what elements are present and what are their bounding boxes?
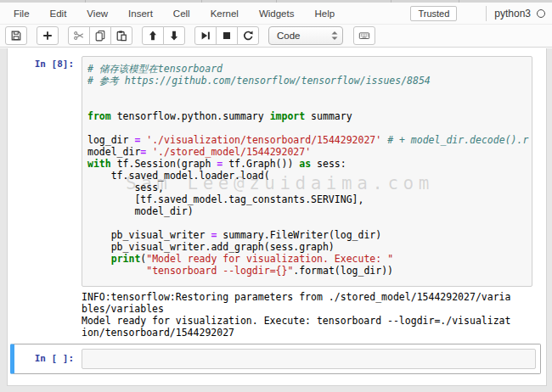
toolbar-button-group [68,26,132,45]
add-cell-button[interactable] [37,26,59,45]
input-prompt-empty: In [ ]: [19,349,82,369]
output-line: INFO:tensorflow:Restoring parameters fro… [82,291,538,303]
code-line [87,122,532,134]
toolbar-button-group [5,26,27,45]
output-line: bles/variables [82,303,538,315]
menu-items: FileEditViewInsertCellKernelWidgetsHelp [3,8,345,19]
command-palette-button[interactable] [353,26,375,45]
arrow-up-icon [147,30,159,42]
empty-code-editor[interactable] [82,349,536,369]
code-line [87,87,532,98]
save-notebook-button[interactable] [5,26,27,45]
notebook-header: FileEditViewInsertCellKernelWidgetsHelp … [0,3,552,48]
menu-bar: FileEditViewInsertCellKernelWidgetsHelp … [0,3,552,25]
cell-type-value: Code [277,31,301,41]
menu-item-kernel[interactable]: Kernel [200,8,249,19]
input-prompt: In [8]: [8,56,82,287]
code-line: model_dir= './stored_model/1544292027' [87,146,532,158]
code-line [87,217,532,229]
toolbar-button-group [37,26,59,45]
code-cell-8[interactable]: In [8]: # 储存该模型在tensorboard# 参考 https://… [8,56,546,287]
toolbar-button-group [194,26,259,45]
toolbar-buttons [5,26,268,45]
move-cell-down-button[interactable] [163,26,185,45]
scissors-icon [73,30,85,42]
trusted-button[interactable]: Trusted [410,6,457,21]
code-line: # 参考 https://github.com/tensorflow/tenso… [87,75,532,87]
toolbar: Code [0,25,552,48]
output-line: ion/tensorboard/1544292027 [82,327,538,339]
kernel-idle-icon [537,9,545,18]
plus-icon [42,30,54,42]
code-line: pb_visual_writer.add_graph(sess.graph) [87,241,532,253]
code-line: with tf.Session(graph = tf.Graph()) as s… [87,158,532,170]
toolbar-button-group [142,26,185,45]
cell-output: INFO:tensorflow:Restoring parameters fro… [82,291,538,339]
move-cell-up-button[interactable] [142,26,164,45]
code-line: log_dir = './visualization/tensorboard/1… [87,134,532,146]
code-line: tf.saved_model.loader.load( [87,170,532,182]
notebook-container: In [8]: # 储存该模型在tensorboard# 参考 https://… [7,48,547,386]
paste-cell-button[interactable] [110,26,132,45]
code-editor[interactable]: # 储存该模型在tensorboard# 参考 https://github.c… [82,56,532,287]
keyboard-icon [358,30,370,42]
kernel-name-label: python3 [494,8,531,20]
restart-kernel-button[interactable] [237,26,259,45]
code-line: [tf.saved_model.tag_constants.SERVING], [87,193,532,205]
jupyter-notebook-window: FileEditViewInsertCellKernelWidgetsHelp … [0,0,552,392]
restart-icon [242,30,254,42]
stop-icon [221,30,233,42]
menu-item-help[interactable]: Help [304,8,345,19]
menu-item-insert[interactable]: Insert [118,8,163,19]
empty-code-cell-selected[interactable]: In [ ]: [10,344,541,374]
save-icon [10,30,22,42]
cell-type-select[interactable]: Code [268,26,343,45]
select-arrows-icon [330,30,340,42]
output-line: Model ready for visualization. Execute: … [82,315,538,327]
interrupt-kernel-button[interactable] [216,26,238,45]
code-line: from tensorflow.python.summary import su… [87,110,532,122]
code-line: sess, [87,182,532,193]
menu-item-view[interactable]: View [76,8,118,19]
menu-item-widgets[interactable]: Widgets [249,8,305,19]
run-cell-button[interactable] [194,26,217,45]
code-line: # 储存该模型在tensorboard [87,63,532,75]
kernel-divider [486,6,487,21]
code-line: print("Model ready for visualization. Ex… [87,253,532,265]
step-forward-icon [200,30,211,42]
paste-icon [115,30,127,42]
menu-item-cell[interactable]: Cell [163,8,200,19]
code-line: pb_visual_writer = summary.FileWriter(lo… [87,229,532,241]
code-line: model_dir) [87,205,532,217]
cut-cell-button[interactable] [68,26,90,45]
copy-icon [94,30,106,42]
arrow-down-icon [168,30,180,42]
copy-cell-button[interactable] [89,26,111,45]
menu-item-edit[interactable]: Edit [40,8,77,19]
code-line: "tensorboard --logdir={}".format(log_dir… [87,265,532,277]
header-right: Trusted python3 [410,6,545,21]
menu-item-file[interactable]: File [3,8,40,19]
code-line [87,98,532,110]
